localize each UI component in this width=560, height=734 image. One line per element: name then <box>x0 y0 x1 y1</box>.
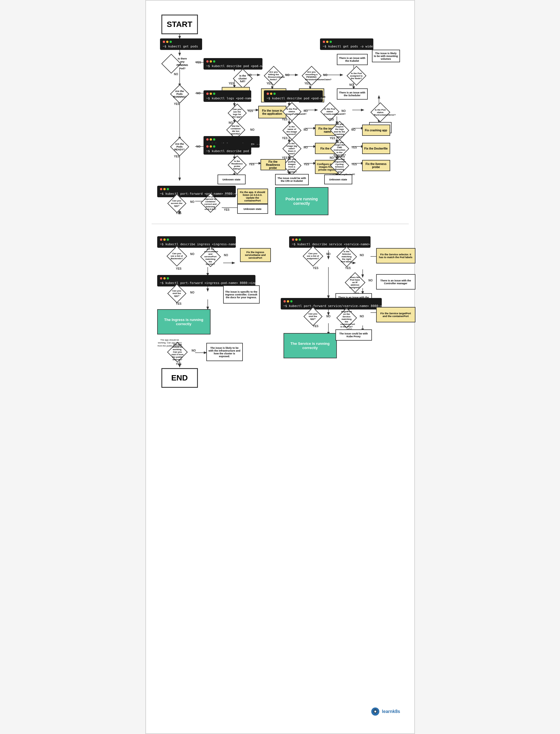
q-pods-ready: Are the Pods READY? <box>163 139 196 154</box>
q22-no: NO <box>190 253 195 256</box>
q9-yes: YES <box>282 118 288 121</box>
divider-1 <box>152 224 409 224</box>
q8-no: NO <box>250 128 255 131</box>
q-crash-loop: Is the Pod status CrashLoopBackOff? <box>319 104 341 119</box>
pods-running-success: Pods are running correctly <box>275 187 328 215</box>
q3-no: NO <box>285 74 290 77</box>
q5-no: NO <box>349 83 354 86</box>
q23-no: NO <box>224 254 228 257</box>
q3-yes: YES <box>267 82 272 85</box>
cmd-logs: ~$ kubectl logs <pod-name> <box>204 90 251 102</box>
fix-app-listen-box: Fix the app. It should listen on 0.0.0.0… <box>237 189 268 204</box>
kube-proxy-issue-box: The issue could be with Kube Proxy <box>335 330 372 341</box>
infra-issue-box: The issue is likely to be with the infra… <box>206 343 243 361</box>
q21-no: NO <box>224 194 228 197</box>
fix-ingress-svc-box: Fix the ingress serviceName and serviceP… <box>240 248 271 262</box>
q10-no: NO <box>304 128 308 131</box>
q1-yes: YES <box>196 61 201 64</box>
q1-no: NO <box>174 73 178 76</box>
logo-text: learnk8s <box>382 709 400 714</box>
q27-no: NO <box>369 279 373 282</box>
q-forgot-cmd: Did you forget the CMD instruction in th… <box>328 141 351 156</box>
q-pods-running: Are the Pods RUNNING? <box>163 86 196 102</box>
fix-service-selector-box: Fix the Service selector. It has to matc… <box>376 248 415 264</box>
cmd-describe-service: ~$ kubectl describe service <service-nam… <box>289 236 371 248</box>
q6-yes: YES <box>174 102 180 106</box>
cmd-describe-pod-3: ~$ kubectl describe pod <pod-name> <box>204 143 251 155</box>
q-pod-ip: Does the Pod have an IP address assigned… <box>342 273 368 292</box>
q25-yes: YES <box>313 267 319 270</box>
fix-dockerfile-box: Fix the Dockerfile <box>362 143 390 154</box>
q-container-die: Did the container die too quickly? <box>222 122 250 138</box>
q-see-logs: Can you see the logs for the app? <box>226 105 248 121</box>
q4-yes: YES <box>305 82 310 85</box>
q22-yes: YES <box>176 267 182 270</box>
issue-cri-box: The issue could be with the CRI or Kubel… <box>275 174 309 185</box>
cmd-port-forward-ingress: ~$ kubectl port-forward <ingress-pod-nam… <box>157 275 255 287</box>
unknown-state-1-box: Unknown state <box>218 175 246 184</box>
logo-area: learnk8s <box>371 707 400 716</box>
q6-no: NO <box>196 92 201 95</box>
ctrl-mgr-issue-box: There is an issue with the Controller ma… <box>376 274 415 290</box>
q25-no: NO <box>326 253 331 256</box>
q-backends: Can you see a list of Backends? <box>164 247 189 265</box>
q-pod-assigned: Is the Pod assigned to the Node? <box>342 67 371 84</box>
fix-crashing-box: Fix crashing app <box>362 125 390 136</box>
q-image-pull: Is the Pod status ImagePullBackOff? <box>281 104 303 119</box>
q13-no: NO <box>342 109 346 113</box>
cmd-get-pods-wide: ~$ kubectl get pods -o wide <box>320 38 373 50</box>
cmd-get-pods: ~$ kubectl get pods <box>160 38 202 50</box>
q-svc-name-port: Are the serviceName and servicePort matc… <box>198 248 223 266</box>
q7-yes: YES <box>248 109 253 113</box>
q18-no: NO <box>196 145 201 148</box>
mounting-volumes-box: The issue is likely to be with mounting … <box>372 50 400 62</box>
fix-service-port-box: Fix the Service targetPort and the conta… <box>376 307 415 323</box>
unknown-state-3-box: Unknown state <box>237 204 268 214</box>
q20-no: NO <box>190 200 195 204</box>
q30-yes: YES <box>176 363 182 366</box>
q-visit-app-service: Can you visit the app? <box>300 309 326 324</box>
q-run-container-error: Is the Pod status RunContainerError? <box>369 104 392 121</box>
q-resource-quota: Are you hitting the ResourceQuota limits… <box>260 67 288 84</box>
q14-no: NO <box>351 128 356 131</box>
q-selector: Is the Selector matching the right Pod l… <box>334 248 359 266</box>
q21-yes: YES <box>224 208 230 211</box>
q-port-correct: Is the port exposed by container correct… <box>198 194 223 212</box>
ingress-running-success: The Ingress is running correctly <box>157 309 211 335</box>
q24-yes: YES <box>176 302 182 305</box>
q-inspect-logs: Did you inspect the logs and fix the cra… <box>328 123 351 138</box>
q29-no: NO <box>360 315 364 318</box>
cmd-describe-ingress: ~$ kubectl describe ingress <ingress-nam… <box>157 236 236 248</box>
cmd-describe-pod-2: ~$ kubectl describe pod <pod-name> <box>264 90 323 102</box>
q30-no: NO <box>192 349 196 352</box>
q20-yes: YES <box>176 212 182 215</box>
q4-no: NO <box>323 74 328 77</box>
q-access-app: Can you access the app? <box>164 196 189 211</box>
q-restarting: Is the Pod restarting frequently? Cyclin… <box>328 158 351 173</box>
q11-no: NO <box>304 146 308 149</box>
logo-icon <box>371 707 380 716</box>
end-label: END <box>171 373 188 382</box>
q-endpoints: Can you see a list of endpoints? <box>300 247 326 265</box>
q13-yes: YES <box>328 118 334 121</box>
unknown-state-2-box: Unknown state <box>324 175 352 184</box>
q9-no: NO <box>304 109 308 113</box>
q24-no: NO <box>190 291 195 294</box>
q12-yes: YES <box>304 163 309 166</box>
q26-no: NO <box>360 254 364 257</box>
q-readiness-probe: Is the Readiness probe failing? <box>226 157 248 173</box>
ingress-ctrl-issue-box: The issue is specific to the Ingress con… <box>223 285 260 304</box>
kubelet-issue-box: There is an issue with the Kubelet <box>337 54 368 65</box>
q-target-port: Is the targetPort on the Service matchin… <box>334 309 359 327</box>
q10-yes: YES <box>282 137 288 140</box>
q-image-name: Is the name of the image correct? <box>281 123 303 138</box>
start-box: START <box>161 15 198 34</box>
fix-liveness-box: Fix the liveness probe <box>362 160 390 171</box>
end-box: END <box>161 368 198 388</box>
q2-yes: YES <box>229 82 234 85</box>
q-image-tag: Is the image tag valid? Does it exist? <box>281 141 303 156</box>
q28-yes: YES <box>313 325 319 328</box>
start-label: START <box>167 20 192 29</box>
fix-readiness-box: Fix the Readiness probe <box>260 159 286 170</box>
q-visit-app-ingress: Can you visit the app? <box>164 286 189 301</box>
